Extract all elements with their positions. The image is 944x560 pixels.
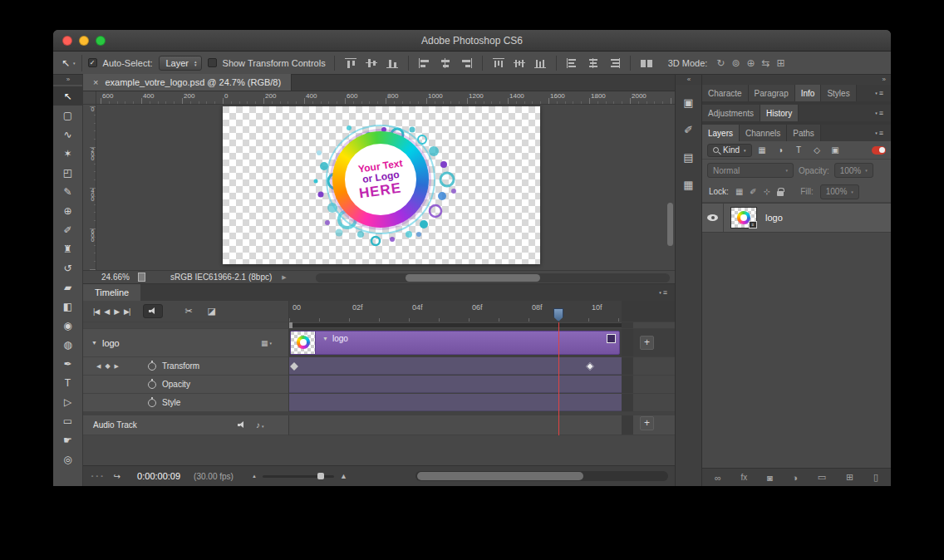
magic-wand-tool[interactable]: ✶ [53,144,82,163]
panel-menu[interactable]: ▾≡ [875,109,883,117]
previous-keyframe-icon[interactable]: ◀ [96,363,101,370]
tab-adjustments[interactable]: Adjustments [702,105,760,121]
layer-visibility-cell[interactable] [702,204,724,232]
split-clip-button[interactable]: ✂ [184,306,192,317]
horizontal-scrollbar[interactable] [316,273,670,282]
layer-effects-icon[interactable]: fx [741,473,748,482]
go-to-first-frame-button[interactable]: |◀ [93,304,99,318]
clip-features-menu[interactable]: ▦ ▾ [261,339,272,347]
link-layers-icon[interactable]: ∞ [715,473,721,483]
horizontal-scrollbar-thumb[interactable] [406,274,540,282]
minimize-window-button[interactable] [79,36,89,46]
timeline-tab[interactable]: Timeline [83,284,140,301]
transform-track[interactable] [289,357,675,376]
pasteboard[interactable]: Your Text or Logo HERE [96,105,675,270]
tab-layers[interactable]: Layers [702,125,740,141]
status-info-arrow-icon[interactable]: ▶ [282,274,286,281]
tab-channels[interactable]: Channels [740,125,787,141]
dock-collapse-toggle[interactable]: » [702,75,891,85]
maximize-window-button[interactable] [96,36,106,46]
clone-stamp-tool[interactable]: ♜ [53,239,82,258]
clone-source-panel-icon[interactable]: ▦ [679,174,699,194]
show-transform-controls-checkbox[interactable] [208,58,217,67]
zoom-in-icon[interactable]: ▲ [340,472,347,480]
add-audio-track-button[interactable]: + [640,416,654,430]
play-button[interactable]: ▶ [114,304,119,318]
next-keyframe-icon[interactable]: ▶ [115,363,119,370]
strip-collapse-toggle[interactable]: « [676,75,701,85]
eyedropper-tool[interactable]: ✎ [53,182,82,201]
new-group-icon[interactable]: ▭ [818,472,826,483]
blur-tool[interactable]: ◉ [53,316,82,335]
next-frame-button[interactable]: ▶| [124,304,130,318]
timeline-ruler[interactable]: 0002f04f06f08f10f [289,301,675,322]
transition-button[interactable]: ◪ [208,306,216,317]
gradient-tool[interactable]: ◧ [53,297,82,316]
auto-select-checkbox[interactable]: ✓ [88,58,97,67]
speaker-icon[interactable] [238,421,246,429]
crop-tool[interactable]: ◰ [53,163,82,182]
stopwatch-icon[interactable] [148,381,156,389]
video-group-header[interactable]: ▼ logo ▦ ▾ [83,329,289,357]
tab-paragraph[interactable]: Paragrap [749,85,795,101]
clip-fx-badge-icon[interactable] [607,334,616,343]
zoom-slider-thumb[interactable] [317,473,324,479]
audio-track-header[interactable]: Audio Track ♪▾ [83,415,289,435]
shape-tool[interactable]: ▭ [53,411,82,430]
canvas[interactable]: Your Text or Logo HERE [223,106,540,264]
layer-thumbnail[interactable]: ≡ [730,207,757,228]
align-right-edges-icon[interactable] [460,58,472,68]
stopwatch-icon[interactable] [148,362,156,371]
zoom-slider[interactable] [263,475,334,478]
history-panel-icon[interactable]: ▣ [679,92,699,112]
3d-slide-icon[interactable]: ⇆ [762,57,770,69]
align-top-edges-icon[interactable] [345,58,356,68]
hand-tool[interactable]: ☛ [53,430,82,449]
distribute-vertical-centers-icon[interactable] [514,58,525,68]
healing-brush-tool[interactable]: ⊕ [53,201,82,220]
zoom-out-icon[interactable]: ▲ [252,474,257,479]
distribute-top-edges-icon[interactable] [493,58,504,68]
close-tab-icon[interactable]: × [93,77,98,87]
tab-character[interactable]: Characte [702,85,749,101]
tab-styles[interactable]: Styles [821,85,856,101]
3d-scale-icon[interactable]: ⊞ [777,57,785,69]
add-keyframe-icon[interactable]: ◆ [105,362,110,370]
new-layer-icon[interactable]: ⊞ [846,472,853,483]
filter-kind-dropdown[interactable]: Kind ▾ [707,144,752,157]
distribute-bottom-edges-icon[interactable] [534,58,546,68]
timeline-scrollbar-thumb[interactable] [417,472,583,480]
lock-transparent-pixels-icon[interactable]: ▦ [735,187,743,196]
vertical-scrollbar-thumb[interactable] [667,203,673,246]
lock-image-pixels-icon[interactable]: ✐ [750,187,756,196]
3d-rotate-icon[interactable]: ↻ [716,57,725,69]
layer-filter-toggle[interactable] [872,146,886,155]
lock-all-icon[interactable] [777,191,784,196]
style-track[interactable] [289,394,675,412]
filter-type-layers-icon[interactable]: T [791,144,807,157]
align-vertical-centers-icon[interactable] [366,58,377,68]
move-tool[interactable]: ↖ [53,86,82,106]
blend-mode-dropdown[interactable]: Normal ▾ [707,163,794,178]
tab-info[interactable]: Info [795,85,822,101]
zoom-tool[interactable]: ◎ [53,449,82,469]
auto-select-target-dropdown[interactable]: Layer ▴▾ [159,56,202,71]
document-tab[interactable]: × example_votre_logo.psd @ 24.7% (RGB/8) [83,74,292,91]
marquee-tool[interactable]: ▢ [53,106,82,125]
filter-adjustment-layers-icon[interactable]: ◑ [773,144,789,157]
dodge-tool[interactable]: ◍ [53,335,82,354]
tab-paths[interactable]: Paths [787,125,821,141]
tools-collapse-toggle[interactable]: » [53,75,82,85]
filter-smart-object-icon[interactable]: ▣ [828,144,843,157]
3d-drag-icon[interactable]: ⊕ [746,57,755,69]
distribute-horizontal-centers-icon[interactable] [588,58,599,68]
filter-pixel-layers-icon[interactable]: ▦ [755,144,770,157]
audio-options-menu[interactable]: ♪▾ [256,420,264,430]
panel-menu[interactable]: ▾≡ [875,89,883,97]
current-timecode[interactable]: 0:00:00:09 [137,471,180,481]
audio-track-lane[interactable] [289,415,675,435]
brush-panel-icon[interactable]: ✐ [679,120,699,140]
work-area-bar[interactable] [289,323,625,327]
opacity-track[interactable] [289,376,675,394]
render-video-icon[interactable]: ↪ [114,472,120,481]
